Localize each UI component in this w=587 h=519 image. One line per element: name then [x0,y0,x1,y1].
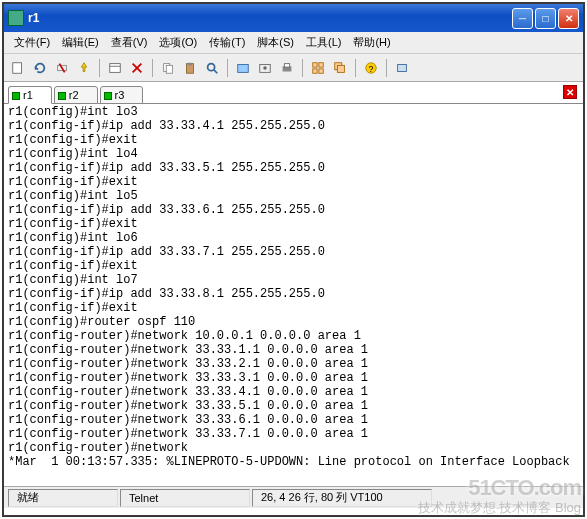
toolbar-separator [99,59,100,77]
reconnect-icon[interactable] [30,58,50,78]
tab-label: r1 [23,89,33,101]
window-title: r1 [28,11,512,25]
menu-transfer[interactable]: 传输(T) [205,33,249,52]
window-controls: ─ □ ✕ [512,8,579,29]
svg-rect-0 [13,62,22,73]
menu-options[interactable]: 选项(O) [155,33,201,52]
tab-r1[interactable]: r1 [8,86,52,104]
properties-icon[interactable] [105,58,125,78]
menu-script[interactable]: 脚本(S) [253,33,298,52]
print-icon[interactable] [277,58,297,78]
tile-icon[interactable] [308,58,328,78]
svg-rect-26 [398,64,407,71]
svg-rect-8 [166,65,172,73]
svg-rect-20 [313,68,317,72]
statusbar: 就绪 Telnet 26, 4 26 行, 80 列 VT100 [4,486,583,508]
tab-label: r3 [115,89,125,101]
terminal-output[interactable]: r1(config)#int lo3 r1(config-if)#ip add … [4,104,583,486]
help-icon[interactable]: ? [361,58,381,78]
cascade-icon[interactable] [330,58,350,78]
close-tab-icon[interactable]: ✕ [563,85,577,99]
svg-rect-19 [319,62,323,66]
status-position: 26, 4 26 行, 80 列 VT100 [252,489,432,507]
svg-text:?: ? [369,63,374,73]
copy-icon[interactable] [158,58,178,78]
app-icon [8,10,24,26]
toolbar-separator [227,59,228,77]
tab-r3[interactable]: r3 [100,86,144,104]
status-protocol: Telnet [120,489,250,507]
disconnect-icon[interactable] [52,58,72,78]
quick-connect-icon[interactable] [74,58,94,78]
svg-rect-10 [188,62,192,65]
svg-rect-13 [238,64,249,72]
svg-rect-17 [284,63,289,67]
svg-rect-18 [313,62,317,66]
status-ready: 就绪 [8,489,118,507]
maximize-button[interactable]: □ [535,8,556,29]
toolbar-separator [302,59,303,77]
svg-rect-23 [337,65,344,72]
tabbar: r1 r2 r3 ✕ [4,82,583,104]
titlebar[interactable]: r1 ─ □ ✕ [4,4,583,32]
toolbar-separator [386,59,387,77]
toolbar: ? [4,54,583,82]
svg-rect-3 [110,63,121,72]
tab-r2[interactable]: r2 [54,86,98,104]
minimize-button[interactable]: ─ [512,8,533,29]
menu-help[interactable]: 帮助(H) [349,33,394,52]
paste-icon[interactable] [180,58,200,78]
menu-view[interactable]: 查看(V) [107,33,152,52]
tab-label: r2 [69,89,79,101]
toolbar-separator [152,59,153,77]
window-frame: r1 ─ □ ✕ 文件(F) 编辑(E) 查看(V) 选项(O) 传输(T) 脚… [2,2,585,517]
menu-file[interactable]: 文件(F) [10,33,54,52]
svg-line-12 [214,69,218,73]
new-session-icon[interactable] [8,58,28,78]
session-options-icon[interactable] [233,58,253,78]
menu-tools[interactable]: 工具(L) [302,33,345,52]
close-button[interactable]: ✕ [558,8,579,29]
find-icon[interactable] [202,58,222,78]
toggle-icon[interactable] [392,58,412,78]
toolbar-separator [355,59,356,77]
delete-icon[interactable] [127,58,147,78]
global-options-icon[interactable] [255,58,275,78]
svg-rect-21 [319,68,323,72]
svg-point-11 [208,63,215,70]
svg-point-15 [263,66,267,70]
menu-edit[interactable]: 编辑(E) [58,33,103,52]
menubar: 文件(F) 编辑(E) 查看(V) 选项(O) 传输(T) 脚本(S) 工具(L… [4,32,583,54]
